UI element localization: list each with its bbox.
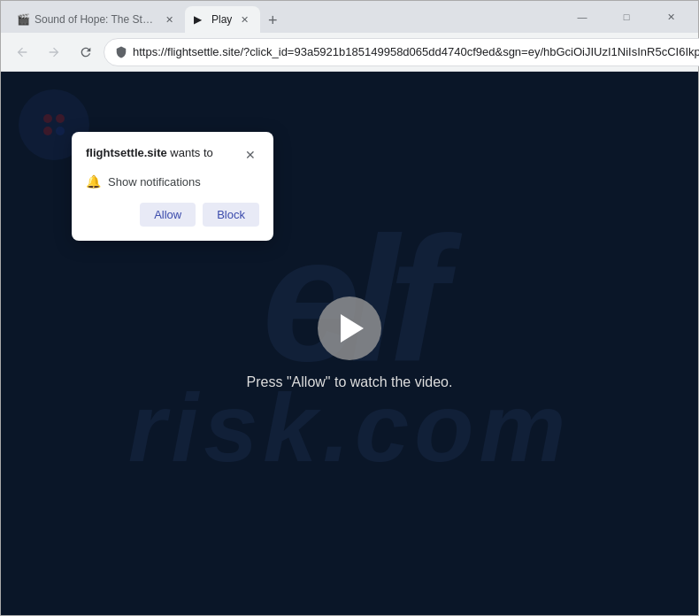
url-display: https://flightsettle.site/?click_id=93a5… [133, 45, 699, 58]
new-tab-button[interactable]: + [260, 8, 285, 33]
tab-2-close[interactable]: ✕ [237, 12, 251, 27]
tab-2[interactable]: ▶ Play ✕ [185, 6, 260, 33]
popup-header: flightsettle.site wants to ✕ [86, 146, 259, 164]
logo-dots-container [43, 114, 65, 135]
play-icon [341, 314, 364, 343]
logo-dot [43, 114, 52, 123]
forward-button[interactable] [40, 38, 68, 66]
logo-dot [56, 114, 65, 123]
browser-window: 🎬 Sound of Hope: The Story of P... ✕ ▶ P… [0, 0, 699, 616]
address-bar[interactable]: https://flightsettle.site/?click_id=93a5… [104, 38, 699, 66]
minimize-button[interactable]: — [562, 4, 603, 30]
watermark-risk: risk.com [128, 379, 571, 476]
popup-title: flightsettle.site wants to [86, 146, 213, 159]
logo-dots-row1 [43, 114, 65, 123]
tab-2-favicon: ▶ [194, 13, 206, 26]
close-button[interactable]: ✕ [650, 4, 691, 30]
notification-popup: flightsettle.site wants to ✕ 🔔 Show noti… [72, 132, 273, 241]
maximize-button[interactable]: □ [606, 4, 647, 30]
logo-dot [43, 127, 52, 135]
popup-wants-text: wants to [167, 146, 213, 159]
tab-group: 🎬 Sound of Hope: The Story of P... ✕ ▶ P… [8, 1, 551, 33]
video-caption: Press "Allow" to watch the video. [247, 374, 453, 390]
logo-dots-row2 [43, 127, 65, 135]
allow-button[interactable]: Allow [140, 203, 196, 227]
play-button[interactable] [318, 296, 381, 360]
popup-site-name: flightsettle.site [86, 146, 167, 159]
window-controls: — □ ✕ [562, 4, 691, 30]
back-button[interactable] [8, 38, 36, 66]
tab-1-favicon: 🎬 [17, 13, 29, 26]
popup-actions: Allow Block [86, 203, 259, 227]
video-area: Press "Allow" to watch the video. [247, 296, 453, 390]
nav-bar: https://flightsettle.site/?click_id=93a5… [1, 33, 698, 72]
title-bar: 🎬 Sound of Hope: The Story of P... ✕ ▶ P… [1, 1, 698, 33]
tab-1-title: Sound of Hope: The Story of P... [35, 13, 157, 26]
security-icon [115, 46, 127, 58]
popup-close-button[interactable]: ✕ [242, 146, 259, 164]
block-button[interactable]: Block [203, 203, 259, 227]
url-text: https://flightsettle.site/?click_id=93a5… [133, 45, 699, 58]
notification-label: Show notifications [108, 175, 201, 189]
reload-button[interactable] [72, 38, 100, 66]
logo-dot [56, 127, 65, 135]
webpage-content: elf risk.com [1, 72, 698, 615]
tab-2-title: Play [211, 13, 232, 26]
bell-icon: 🔔 [86, 174, 101, 189]
tab-1-close[interactable]: ✕ [162, 12, 176, 27]
tab-1[interactable]: 🎬 Sound of Hope: The Story of P... ✕ [8, 6, 185, 33]
popup-notification-row: 🔔 Show notifications [86, 174, 259, 189]
